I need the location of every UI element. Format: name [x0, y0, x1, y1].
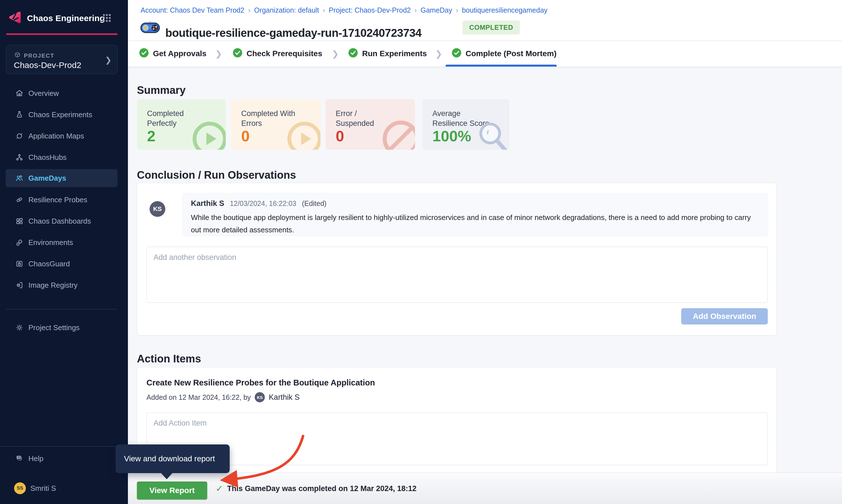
- app-switcher-grid-icon[interactable]: [102, 13, 112, 23]
- comment-author: Karthik S: [191, 199, 224, 208]
- sidebar: Chaos Engineering PROJECT Chaos-Dev-Prod…: [0, 0, 128, 504]
- sidebar-item-label: Help: [29, 454, 43, 463]
- chaos-engineering-logo-icon: [7, 10, 22, 25]
- sidebar-item-label: Resilience Probes: [29, 196, 87, 204]
- tab-run-experiments[interactable]: Run Experiments: [348, 46, 427, 61]
- gear-box-icon: [15, 281, 24, 290]
- avatar: KS: [255, 392, 265, 402]
- view-report-button[interactable]: View Report: [137, 482, 207, 500]
- status-badge: COMPLETED: [462, 20, 520, 35]
- svg-text:?: ?: [18, 456, 20, 459]
- tab-check-prerequisites[interactable]: Check Prerequisites: [232, 46, 322, 61]
- add-observation-button[interactable]: Add Observation: [681, 308, 768, 324]
- sidebar-item-overview[interactable]: Overview: [6, 84, 118, 102]
- chevron-right-icon: ❯: [332, 49, 339, 59]
- add-observation-input[interactable]: [146, 247, 768, 303]
- compass-target-icon: [15, 131, 24, 141]
- gear-icon: [15, 323, 24, 332]
- sidebar-item-chaoshubs[interactable]: ChaosHubs: [6, 148, 118, 166]
- network-nodes-icon: [15, 153, 24, 162]
- sidebar-item-help[interactable]: ? Help: [6, 450, 118, 467]
- sidebar-item-image-registry[interactable]: Image Registry: [6, 276, 118, 294]
- lock-card-icon: [15, 259, 24, 268]
- dashboard-tiles-icon: [15, 217, 24, 226]
- sidebar-item-label: Chaos Experiments: [29, 110, 92, 119]
- check-circle-icon: [139, 48, 149, 60]
- add-action-item-input[interactable]: [146, 412, 768, 465]
- check-circle-icon: [452, 48, 462, 60]
- check-icon: ✓: [216, 483, 223, 494]
- action-item-added-text: Added on 12 Mar 2024, 16:22, by: [146, 393, 251, 401]
- summary-card-completed-with-errors: Completed With Errors 0: [231, 99, 320, 150]
- sidebar-item-application-maps[interactable]: Application Maps: [6, 127, 118, 145]
- avatar: KS: [150, 201, 165, 217]
- summary-heading: Summary: [137, 84, 186, 96]
- summary-card-value: 2: [147, 127, 156, 145]
- action-item-byline: Added on 12 Mar 2024, 16:22, by KS Karth…: [146, 392, 300, 402]
- sidebar-item-gamedays[interactable]: GameDays: [6, 169, 118, 187]
- sidebar-item-label: Image Registry: [29, 281, 77, 290]
- tooltip-caret: [160, 472, 173, 479]
- slash-circle-icon: [379, 116, 415, 150]
- chaos-engineering-app: Chaos Engineering PROJECT Chaos-Dev-Prod…: [0, 0, 842, 504]
- header-divider: [128, 40, 842, 41]
- summary-card-value: 0: [241, 127, 250, 145]
- chevron-right-icon: ❯: [215, 49, 222, 59]
- probe-capsule-icon: [15, 195, 24, 204]
- page-title: boutique-resilience-gameday-run-17102407…: [165, 27, 421, 39]
- observations-heading: Conclusion / Run Observations: [137, 169, 296, 181]
- tab-label: Complete (Post Mortem): [466, 49, 557, 58]
- breadcrumb: Account: Chaos Dev Team Prod2 › Organiza…: [141, 6, 547, 15]
- magnifier-icon: [473, 118, 509, 150]
- project-selector[interactable]: PROJECT Chaos-Dev-Prod2 ❯: [6, 45, 118, 74]
- comment-body: While the boutique app deployment is lar…: [191, 212, 756, 236]
- tab-label: Run Experiments: [362, 49, 427, 58]
- project-cube-icon: [14, 51, 21, 59]
- sidebar-user-menu[interactable]: SS Smriti S: [6, 479, 118, 497]
- view-report-tooltip: View and download report: [116, 445, 230, 473]
- check-circle-icon: [232, 48, 243, 60]
- summary-card-completed-perfectly: Completed Perfectly 2: [137, 99, 226, 150]
- breadcrumb-gameday-name-link[interactable]: boutiqueresiliencegameday: [462, 6, 547, 14]
- tab-get-approvals[interactable]: Get Approvals: [139, 46, 206, 61]
- chevron-right-icon: ›: [248, 6, 250, 15]
- tab-complete-post-mortem[interactable]: Complete (Post Mortem): [452, 46, 557, 61]
- sidebar-item-label: Project Settings: [29, 323, 80, 332]
- sidebar-divider: [0, 446, 128, 447]
- play-circle-icon: [283, 118, 320, 150]
- sidebar-item-label: Application Maps: [29, 132, 84, 141]
- sidebar-item-environments[interactable]: Environments: [6, 233, 118, 251]
- action-items-panel: Create New Resilience Probes for the Bou…: [137, 367, 777, 474]
- sidebar-item-chaosguard[interactable]: ChaosGuard: [6, 255, 118, 273]
- users-icon: [15, 174, 24, 183]
- sidebar-item-label: GameDays: [29, 174, 66, 183]
- summary-card-value: 100%: [433, 127, 471, 145]
- chevron-right-icon: ❯: [105, 55, 111, 65]
- sidebar-item-label: Overview: [29, 89, 59, 98]
- action-items-heading: Action Items: [137, 353, 201, 365]
- breadcrumb-project-link[interactable]: Project: Chaos-Dev-Prod2: [329, 6, 411, 14]
- sidebar-item-project-settings[interactable]: Project Settings: [6, 319, 118, 337]
- tooltip-text: View and download report: [124, 454, 215, 463]
- summary-card-value: 0: [336, 127, 344, 145]
- breadcrumb-gameday-link[interactable]: GameDay: [421, 6, 452, 14]
- help-chat-icon: ?: [15, 454, 24, 463]
- sidebar-item-chaos-dashboards[interactable]: Chaos Dashboards: [6, 212, 118, 230]
- breadcrumb-organization-link[interactable]: Organization: default: [254, 6, 319, 14]
- chevron-right-icon: ›: [456, 6, 458, 15]
- summary-card-error-suspended: Error / Suspended 0: [326, 99, 415, 150]
- completion-text: This GameDay was completed on 12 Mar 202…: [227, 484, 417, 493]
- chevron-right-icon: ›: [323, 6, 325, 15]
- footer-bar: View Report ✓ This GameDay was completed…: [128, 472, 842, 504]
- comment-edited-label: (Edited): [302, 199, 327, 208]
- check-circle-icon: [348, 48, 358, 60]
- app-title: Chaos Engineering: [27, 14, 105, 23]
- sidebar-item-label: ChaosGuard: [29, 259, 70, 268]
- action-item-title: Create New Resilience Probes for the Bou…: [146, 378, 375, 388]
- sidebar-item-resilience-probes[interactable]: Resilience Probes: [6, 191, 118, 209]
- sidebar-item-chaos-experiments[interactable]: Chaos Experiments: [6, 106, 118, 124]
- breadcrumb-account-link[interactable]: Account: Chaos Dev Team Prod2: [141, 6, 244, 14]
- action-item-author: Karthik S: [269, 393, 300, 402]
- observations-panel: KS Karthik S 12/03/2024, 16:22:03 (Edite…: [137, 183, 777, 336]
- tab-label: Check Prerequisites: [247, 49, 322, 58]
